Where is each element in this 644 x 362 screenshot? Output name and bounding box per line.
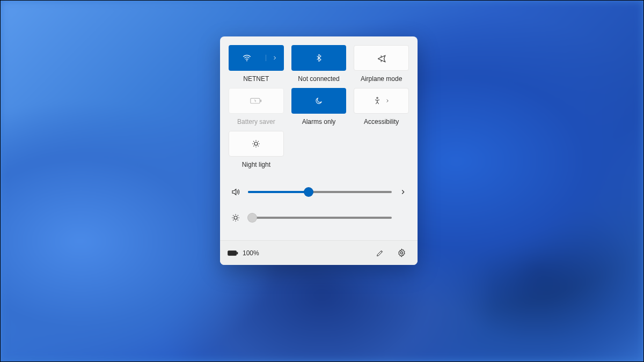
volume-output-button[interactable] (399, 188, 407, 196)
svg-point-4 (254, 142, 258, 145)
bluetooth-icon (314, 53, 323, 63)
accessibility-expand[interactable] (385, 98, 390, 104)
battery-icon (228, 250, 238, 256)
brightness-icon (231, 213, 240, 223)
brightness-thumb[interactable] (247, 213, 257, 223)
accessibility-icon (373, 96, 382, 106)
svg-rect-6 (228, 250, 237, 255)
wifi-expand-button[interactable] (266, 55, 284, 61)
focus-assist-label: Alarms only (302, 118, 336, 125)
airplane-icon (377, 53, 386, 63)
quick-settings-panel: NETNET Not connected Airplane mode (220, 36, 418, 265)
chevron-right-icon (399, 188, 407, 196)
svg-point-0 (246, 60, 247, 61)
volume-thumb[interactable] (304, 187, 313, 197)
night-light-tile[interactable] (229, 131, 284, 157)
night-light-icon (251, 139, 261, 149)
brightness-slider[interactable] (248, 217, 392, 219)
svg-rect-7 (237, 252, 238, 254)
panel-footer: 100% (220, 240, 418, 265)
battery-saver-tile (229, 88, 284, 114)
settings-button[interactable] (393, 245, 410, 262)
bluetooth-tile[interactable] (291, 45, 347, 71)
svg-rect-2 (260, 100, 261, 102)
quick-tiles-grid: NETNET Not connected Airplane mode (220, 36, 418, 174)
wifi-icon (242, 53, 252, 63)
moon-icon (314, 97, 323, 105)
speaker-icon (231, 187, 240, 197)
sliders-section (220, 174, 418, 240)
airplane-label: Airplane mode (361, 75, 402, 83)
brightness-row (231, 205, 407, 231)
svg-point-3 (376, 97, 378, 99)
wifi-toggle[interactable] (229, 53, 266, 63)
accessibility-tile[interactable] (354, 88, 409, 114)
battery-saver-label: Battery saver (237, 118, 275, 125)
edit-button[interactable] (371, 245, 389, 262)
accessibility-label: Accessibility (364, 118, 399, 125)
airplane-tile[interactable] (354, 45, 409, 71)
chevron-right-icon (272, 55, 278, 61)
focus-assist-tile[interactable] (291, 88, 347, 114)
night-light-label: Night light (242, 161, 270, 168)
wifi-label: NETNET (243, 75, 269, 83)
battery-percent-text: 100% (243, 249, 259, 257)
volume-slider[interactable] (248, 191, 392, 193)
pencil-icon (376, 249, 384, 257)
wifi-tile[interactable] (229, 45, 284, 71)
svg-point-8 (400, 252, 402, 254)
chevron-right-icon (385, 98, 390, 104)
bluetooth-label: Not connected (298, 75, 339, 83)
battery-saver-icon (250, 97, 262, 105)
svg-point-5 (234, 216, 237, 219)
volume-row (231, 179, 407, 205)
gear-icon (397, 248, 406, 257)
